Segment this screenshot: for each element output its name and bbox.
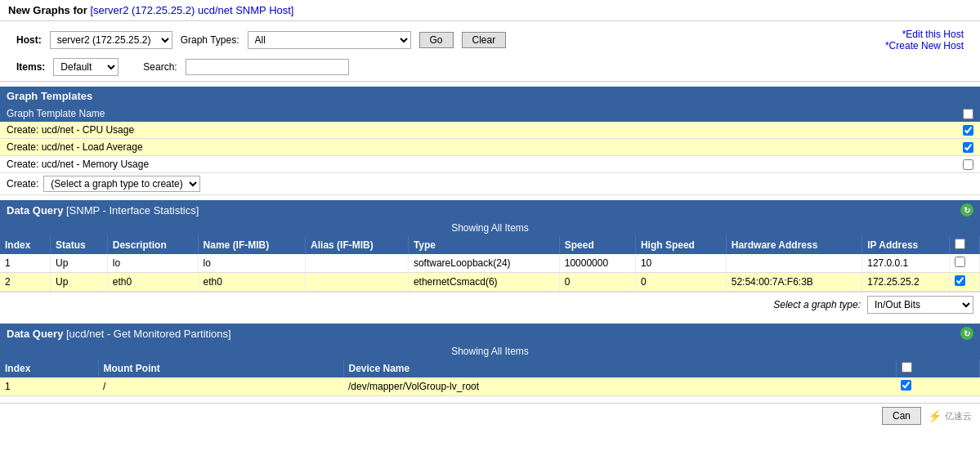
cell-type: ethernetCsmacd(6) [408, 273, 559, 292]
table-row: 2 Up eth0 eth0 ethernetCsmacd(6) 0 0 52:… [0, 273, 980, 292]
table-row: 1 / /dev/mapper/VolGroup-lv_root [0, 377, 980, 396]
template-col-header: Graph Template Name [7, 108, 963, 119]
graph-types-select[interactable]: All [248, 31, 411, 49]
partitions-select-all[interactable] [902, 362, 912, 373]
cell-alias [306, 254, 409, 273]
cell-desc: eth0 [107, 273, 198, 292]
template-row-label: Create: ucd/net - Load Average [7, 141, 963, 153]
cell-index: 1 [0, 254, 51, 273]
cancel-button[interactable]: Can [882, 407, 921, 425]
template-row-label: Create: ucd/net - Memory Usage [7, 159, 963, 170]
watermark: ⚡ 亿速云 [928, 409, 972, 422]
create-new-host-link[interactable]: *Create New Host [885, 40, 964, 51]
part-cell-index: 1 [0, 377, 98, 396]
col-description: Description [107, 236, 198, 254]
part-col-select [896, 359, 979, 377]
cell-speed: 10000000 [559, 254, 635, 273]
col-speed: Speed [559, 236, 635, 254]
part-col-mount: Mount Point [98, 359, 343, 377]
interface-table: Index Status Description Name (IF-MIB) A… [0, 236, 980, 292]
page-title-bracket: [server2 (172.25.25.2) ucd/net SNMP Host… [90, 4, 293, 16]
col-type: Type [408, 236, 559, 254]
cell-status: Up [51, 254, 108, 273]
template-row: Create: ucd/net - Load Average [0, 139, 980, 156]
row-checkbox[interactable] [955, 257, 965, 267]
search-input[interactable] [186, 59, 349, 75]
clear-button[interactable]: Clear [462, 32, 507, 48]
items-label: Items: [16, 61, 45, 73]
items-select[interactable]: Default [53, 58, 119, 76]
host-select[interactable]: server2 (172.25.25.2) [50, 31, 172, 49]
cell-alias [306, 273, 409, 292]
edit-host-link[interactable]: *Edit this Host [902, 29, 964, 40]
template-select-all[interactable] [963, 109, 973, 119]
partitions-header-row: Index Mount Point Device Name [0, 359, 980, 377]
graph-type-row: Select a graph type: In/Out Bits [0, 292, 980, 317]
col-status: Status [51, 236, 108, 254]
dq-interface-header: Data Query [SNMP - Interface Statistics]… [0, 200, 980, 220]
showing-all-label: Showing All Items [0, 220, 980, 236]
row-checkbox[interactable] [901, 380, 911, 391]
col-name-ifmib: Name (IF-MIB) [198, 236, 305, 254]
cell-checkbox [950, 254, 980, 273]
cell-ip: 172.25.25.2 [862, 273, 950, 292]
col-index: Index [0, 236, 51, 254]
interface-select-all[interactable] [955, 239, 965, 249]
cell-high-speed: 10 [635, 254, 726, 273]
cell-desc: lo [107, 254, 198, 273]
col-select-all [950, 236, 980, 254]
template-row: Create: ucd/net - CPU Usage [0, 122, 980, 139]
dq-partitions-title: Data Query [ucd/net - Get Monitored Part… [7, 328, 231, 340]
create-label: Create: [7, 178, 38, 190]
partitions-table: Index Mount Point Device Name 1 / /dev/m… [0, 359, 980, 396]
graph-templates-title: Graph Templates [7, 90, 92, 102]
cell-name: lo [198, 254, 305, 273]
col-hardware: Hardware Address [726, 236, 861, 254]
template-row-label: Create: ucd/net - CPU Usage [7, 124, 963, 136]
row-checkbox[interactable] [955, 275, 965, 286]
cell-hardware: 52:54:00:7A:F6:3B [726, 273, 861, 292]
create-row: Create: (Select a graph type to create) [0, 173, 980, 195]
dq-partitions-header: Data Query [ucd/net - Get Monitored Part… [0, 324, 980, 343]
refresh-icon[interactable]: ↻ [960, 203, 973, 217]
template-row-checkbox[interactable] [963, 159, 973, 170]
cell-status: Up [51, 273, 108, 292]
col-high-speed: High Speed [635, 236, 726, 254]
graph-type-select[interactable]: In/Out Bits [867, 296, 973, 314]
search-label: Search: [143, 61, 177, 73]
graph-types-label: Graph Types: [181, 34, 239, 46]
part-col-index: Index [0, 359, 98, 377]
cell-name: eth0 [198, 273, 305, 292]
part-cell-device: /dev/mapper/VolGroup-lv_root [343, 377, 896, 396]
part-cell-checkbox [896, 377, 979, 396]
page-title-prefix: New Graphs for [8, 4, 87, 16]
cell-index: 2 [0, 273, 51, 292]
host-label: Host: [16, 34, 42, 46]
dq-interface-title: Data Query [SNMP - Interface Statistics] [7, 204, 199, 217]
bottom-bar: Can ⚡ 亿速云 [0, 403, 980, 428]
cell-high-speed: 0 [635, 273, 726, 292]
table-row: 1 Up lo lo softwareLoopback(24) 10000000… [0, 254, 980, 273]
template-row-checkbox[interactable] [963, 125, 973, 136]
interface-table-header-row: Index Status Description Name (IF-MIB) A… [0, 236, 980, 254]
part-cell-mount: / [98, 377, 343, 396]
cell-ip: 127.0.0.1 [862, 254, 950, 273]
showing-all-partitions: Showing All Items [0, 343, 980, 359]
graph-type-label: Select a graph type: [773, 299, 861, 310]
cell-checkbox [950, 273, 980, 292]
create-select[interactable]: (Select a graph type to create) [43, 176, 200, 192]
graph-templates-header: Graph Templates [0, 87, 980, 105]
refresh-icon[interactable]: ↻ [960, 327, 973, 340]
cell-speed: 0 [559, 273, 635, 292]
part-col-device: Device Name [343, 359, 896, 377]
template-row: Create: ucd/net - Memory Usage [0, 156, 980, 173]
col-ip: IP Address [862, 236, 950, 254]
cell-type: softwareLoopback(24) [408, 254, 559, 273]
cell-hardware [726, 254, 861, 273]
col-alias-ifmib: Alias (IF-MIB) [306, 236, 409, 254]
template-row-checkbox[interactable] [963, 142, 973, 153]
go-button[interactable]: Go [419, 32, 454, 48]
